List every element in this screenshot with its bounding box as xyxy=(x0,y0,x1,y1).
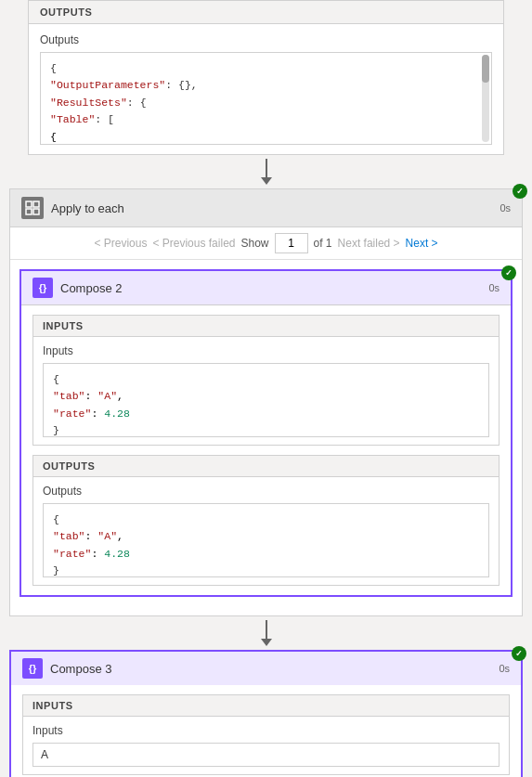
arrow-line-1 xyxy=(266,159,267,177)
arrow-down-1 xyxy=(261,159,272,185)
compose2-inputs-body: Inputs { "tab": "A", "rate": 4.28 } xyxy=(33,337,499,445)
scrollbar-thumb[interactable] xyxy=(482,55,489,83)
arrow-down-2 xyxy=(261,620,272,646)
apply-each-header: Apply to each 0s xyxy=(10,189,522,227)
top-outputs-header: OUTPUTS xyxy=(29,1,503,24)
compose2-outputs-json: { "tab": "A", "rate": 4.28 } xyxy=(43,503,489,577)
arrow-connector-1 xyxy=(0,155,532,188)
compose2-title: Compose 2 xyxy=(60,281,122,295)
compose2-outputs-card: OUTPUTS Outputs { "tab": "A", "rate": 4.… xyxy=(32,455,500,586)
compose2-header: {} Compose 2 0s xyxy=(21,271,511,305)
compose3-header: {} Compose 3 0s xyxy=(11,652,521,685)
compose3-title: Compose 3 xyxy=(50,662,111,676)
svg-rect-1 xyxy=(33,201,39,207)
scrollbar[interactable] xyxy=(482,55,489,142)
compose2-outputs-header: OUTPUTS xyxy=(33,456,499,477)
apply-each-duration: 0s xyxy=(500,202,511,214)
show-label: Show xyxy=(240,237,268,250)
arrow-head-2 xyxy=(261,639,272,646)
arrow-line-2 xyxy=(266,620,267,639)
compose3-icon: {} xyxy=(22,658,43,679)
compose2-icon: {} xyxy=(32,278,53,298)
apply-each-body: {} Compose 2 0s INPUTS Inputs { xyxy=(10,260,522,615)
compose3-success-dot xyxy=(512,646,526,661)
arrow-connector-2 xyxy=(0,616,532,650)
svg-rect-3 xyxy=(33,209,39,214)
compose3-inputs-card: INPUTS Inputs A xyxy=(22,694,510,775)
compose3-duration: 0s xyxy=(499,663,510,674)
outputs-label: Outputs xyxy=(40,33,492,46)
apply-each-title: Apply to each xyxy=(51,201,124,215)
compose2-inputs-card: INPUTS Inputs { "tab": "A", "rate": 4.28… xyxy=(32,315,500,446)
next-btn[interactable]: Next > xyxy=(406,237,438,250)
top-outputs-card: OUTPUTS Outputs { "OutputParameters": {}… xyxy=(28,0,504,155)
apply-each-success-dot xyxy=(513,184,527,199)
svg-rect-2 xyxy=(26,209,32,214)
compose3-inputs-body: Inputs A xyxy=(23,717,509,774)
compose3-inputs-header: INPUTS xyxy=(23,695,509,717)
top-outputs-body: Outputs { "OutputParameters": {}, "Resul… xyxy=(29,24,503,154)
svg-rect-0 xyxy=(26,201,32,207)
top-outputs-json: { "OutputParameters": {}, "ResultSets": … xyxy=(40,52,492,145)
compose3-body: INPUTS Inputs A xyxy=(11,694,521,775)
compose2-inputs-json: { "tab": "A", "rate": 4.28 } xyxy=(43,363,489,437)
compose3-card: {} Compose 3 0s INPUTS Inputs A xyxy=(9,650,523,777)
apply-each-icon xyxy=(21,197,44,219)
compose2-inputs-header: INPUTS xyxy=(33,316,499,337)
compose2-card: {} Compose 2 0s INPUTS Inputs { xyxy=(19,269,513,597)
apply-each-header-left: Apply to each xyxy=(21,197,124,219)
compose3-inputs-label: Inputs xyxy=(32,724,500,737)
next-failed-btn[interactable]: Next failed > xyxy=(338,237,400,250)
page-container: OUTPUTS Outputs { "OutputParameters": {}… xyxy=(0,0,532,777)
previous-btn[interactable]: < Previous xyxy=(94,237,147,250)
of-pages: of 1 xyxy=(314,237,332,250)
compose2-body: INPUTS Inputs { "tab": "A", "rate": 4.28… xyxy=(21,315,511,586)
compose2-inputs-label: Inputs xyxy=(43,344,489,357)
page-input[interactable] xyxy=(275,233,308,253)
compose2-outputs-label: Outputs xyxy=(43,485,489,498)
compose3-header-left: {} Compose 3 xyxy=(22,658,111,679)
previous-failed-btn[interactable]: < Previous failed xyxy=(152,237,235,250)
arrow-head-1 xyxy=(261,177,272,185)
compose2-success-dot xyxy=(501,265,516,280)
pagination-bar: < Previous < Previous failed Show of 1 N… xyxy=(10,227,522,260)
apply-each-card: Apply to each 0s < Previous < Previous f… xyxy=(9,188,523,616)
compose2-outputs-body: Outputs { "tab": "A", "rate": 4.28 } xyxy=(33,477,499,585)
compose3-inputs-value: A xyxy=(32,743,500,767)
compose2-duration: 0s xyxy=(488,282,500,293)
compose2-header-left: {} Compose 2 xyxy=(32,278,122,298)
